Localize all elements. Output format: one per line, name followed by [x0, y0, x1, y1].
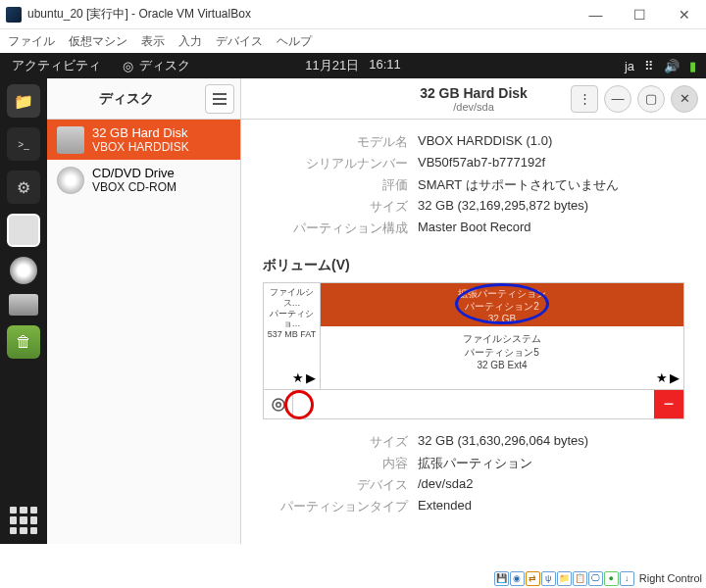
maximize-button[interactable]: ☐ [618, 0, 662, 29]
app-name: ディスク [139, 57, 190, 74]
menu-device[interactable]: デバイス [216, 33, 263, 50]
delete-partition-button[interactable]: − [654, 390, 683, 418]
sb-disk-icon[interactable]: 💾 [494, 571, 509, 586]
sb-folder-icon[interactable]: 📁 [557, 571, 572, 586]
value-psize: 32 GB (31,630,296,064 bytes) [418, 433, 588, 451]
disk-item-title: CD/DVD Drive [92, 166, 176, 180]
minimize-button[interactable]: — [604, 85, 631, 113]
maximize-button[interactable]: ▢ [637, 85, 665, 113]
value-model: VBOX HARDDISK (1.0) [418, 133, 552, 151]
sb-clipboard-icon[interactable]: 📋 [573, 571, 587, 586]
hamburger-button[interactable] [205, 84, 234, 114]
drive-menu-button[interactable]: ⋮ [571, 85, 598, 113]
volumes-title: ボリューム(V) [241, 247, 706, 282]
detail-pane: 32 GB Hard Disk /dev/sda ⋮ — ▢ ✕ モデル名VBO… [241, 78, 706, 544]
label-device: デバイス [241, 476, 418, 494]
dock-disks-icon[interactable] [7, 214, 40, 247]
partition-info: サイズ32 GB (31,630,296,064 bytes) 内容拡張パーティ… [241, 419, 706, 525]
ext-type: 拡張パーティション [321, 287, 683, 300]
star-icon: ★ [292, 370, 304, 385]
window-controls: — ☐ ✕ [574, 0, 706, 29]
vbox-statusbar: 💾 ◉ ⇄ ψ 📁 📋 🖵 ● ↓ Right Control [490, 568, 706, 588]
value-ptype: Extended [418, 498, 472, 515]
detail-header: 32 GB Hard Disk /dev/sda ⋮ — ▢ ✕ [241, 78, 706, 120]
gnome-topbar: アクティビティ ◎ ディスク 11月21日 16:11 ja ⠿ 🔊 ▮ [0, 53, 706, 78]
part1-size: 537 MB FAT [266, 329, 318, 340]
disks-window: ディスク 32 GB Hard Disk VBOX HARDDISK CD/DV… [47, 78, 706, 544]
label-content: 内容 [241, 455, 418, 472]
disk-item-subtitle: VBOX HARDDISK [92, 140, 189, 154]
value-serial: VB50f57ab7-b777192f [418, 155, 545, 172]
dock-drive-icon[interactable] [9, 294, 38, 316]
window-title: ubuntu_20 [実行中] - Oracle VM VirtualBox [27, 6, 574, 23]
sb-display-icon[interactable]: 🖵 [588, 571, 603, 586]
partition-1[interactable]: ファイルシス… パーティショ… 537 MB FAT ★▶ [264, 283, 321, 389]
vbox-icon [6, 7, 22, 23]
volume-settings-button[interactable] [264, 390, 293, 418]
menu-input[interactable]: 入力 [178, 33, 202, 50]
value-size: 32 GB (32,169,295,872 bytes) [418, 198, 588, 216]
dock-settings-icon[interactable]: ⚙ [7, 171, 40, 204]
volume-actions: − [263, 390, 684, 419]
drive-info: モデル名VBOX HARDDISK (1.0) シリアルナンバーVB50f57a… [241, 120, 706, 247]
sb-mouse-icon[interactable]: ↓ [620, 571, 634, 586]
menu-view[interactable]: 表示 [141, 33, 165, 50]
partition-5[interactable]: ファイルシステム パーティション5 32 GB Ext4 ★▶ [321, 326, 683, 389]
sb-usb-icon[interactable]: ψ [541, 571, 556, 586]
label-ptype: パーティションタイプ [241, 498, 418, 515]
ext-name: パーティション2 [321, 300, 683, 313]
dock-apps-button[interactable] [10, 507, 37, 534]
value-content: 拡張パーティション [418, 455, 532, 472]
harddisk-icon [57, 126, 84, 154]
part1-fs: ファイルシス… [266, 287, 318, 309]
network-icon[interactable]: ⠿ [644, 59, 654, 74]
disk-item-subtitle: VBOX CD-ROM [92, 180, 176, 194]
volume-icon[interactable]: 🔊 [664, 59, 680, 74]
minimize-button[interactable]: — [574, 0, 618, 29]
dock-files-icon[interactable]: 📁 [7, 84, 40, 118]
system-tray: ja ⠿ 🔊 ▮ [625, 59, 706, 74]
value-device: /dev/sda2 [418, 476, 473, 494]
disks-sidebar: ディスク 32 GB Hard Disk VBOX HARDDISK CD/DV… [47, 78, 241, 544]
disk-item-harddisk[interactable]: 32 GB Hard Disk VBOX HARDDISK [47, 120, 240, 160]
sb-cd-icon[interactable]: ◉ [510, 571, 525, 586]
dock-trash-icon[interactable]: 🗑 [7, 325, 40, 359]
menu-file[interactable]: ファイル [8, 33, 55, 50]
cd-icon [57, 167, 84, 194]
label-serial: シリアルナンバー [241, 155, 418, 172]
dock: 📁 >_ ⚙ 🗑 [0, 78, 47, 544]
content-area: 📁 >_ ⚙ 🗑 ディスク 32 GB Hard Disk VBOX HARDD… [0, 78, 706, 544]
menu-help[interactable]: ヘルプ [277, 33, 312, 50]
disk-item-cddvd[interactable]: CD/DVD Drive VBOX CD-ROM [47, 160, 240, 200]
sidebar-header: ディスク [47, 78, 240, 120]
ext-size: 32 GB [321, 313, 683, 325]
partition-2[interactable]: 拡張パーティション パーティション2 32 GB ファイルシステム パーティショ… [321, 283, 683, 389]
label-partitioning: パーティション構成 [241, 220, 418, 237]
activities-button[interactable]: アクティビティ [0, 57, 113, 74]
detail-subtitle: /dev/sda [420, 101, 528, 113]
volume-strip: ファイルシス… パーティショ… 537 MB FAT ★▶ 拡張パーティション … [263, 282, 684, 390]
time-label: 16:11 [369, 57, 401, 74]
vbox-menubar: ファイル 仮想マシン 表示 入力 デバイス ヘルプ [0, 29, 706, 53]
disk-item-title: 32 GB Hard Disk [92, 125, 189, 140]
dock-terminal-icon[interactable]: >_ [7, 127, 40, 161]
host-key-label: Right Control [639, 572, 702, 584]
sb-network-icon[interactable]: ⇄ [526, 571, 540, 586]
extended-partition[interactable]: 拡張パーティション パーティション2 32 GB [321, 283, 683, 326]
clock[interactable]: 11月21日 16:11 [305, 57, 400, 74]
dock-cd-icon[interactable] [10, 257, 37, 284]
sb-record-icon[interactable]: ● [604, 571, 619, 586]
app-indicator[interactable]: ◎ ディスク [113, 57, 190, 74]
close-button[interactable]: ✕ [671, 85, 698, 113]
battery-icon[interactable]: ▮ [689, 59, 696, 74]
part1-name: パーティショ… [266, 309, 318, 330]
part5-name: パーティション5 [321, 346, 683, 360]
label-size: サイズ [241, 198, 418, 216]
close-button[interactable]: ✕ [662, 0, 706, 29]
play-icon: ▶ [670, 370, 680, 385]
label-model: モデル名 [241, 133, 418, 151]
part5-size: 32 GB Ext4 [321, 360, 683, 370]
lang-indicator[interactable]: ja [625, 59, 634, 74]
menu-machine[interactable]: 仮想マシン [69, 33, 127, 50]
svg-point-0 [273, 399, 284, 411]
